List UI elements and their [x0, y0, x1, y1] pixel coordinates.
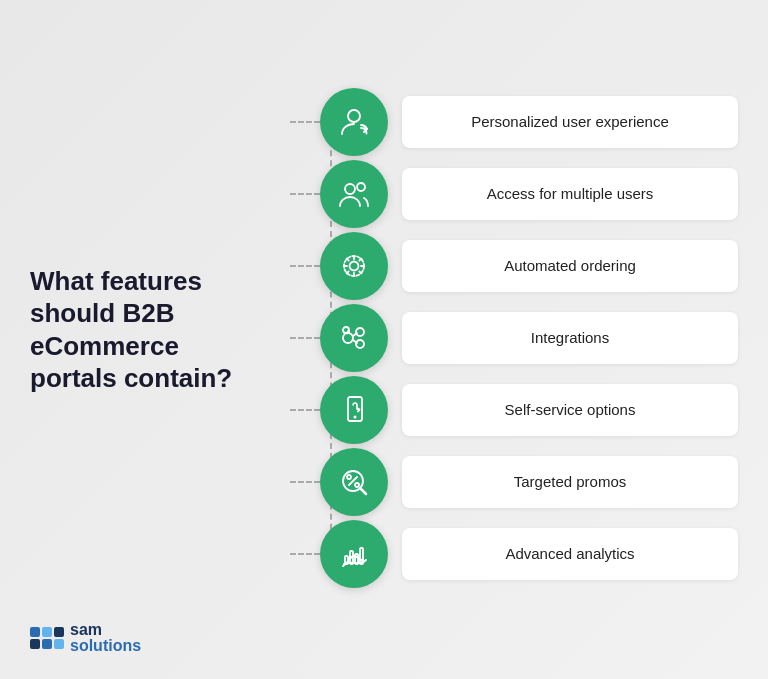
logo-sq-6 [54, 639, 64, 649]
svg-point-2 [357, 183, 365, 191]
logo-solutions: solutions [70, 638, 141, 654]
dash-3 [290, 265, 320, 267]
svg-point-6 [356, 328, 364, 336]
feature-row-targeted-promos: Targeted promos [290, 448, 738, 516]
svg-point-0 [348, 110, 360, 122]
svg-rect-21 [360, 548, 363, 564]
feature-row-self-service: Self-service options [290, 376, 738, 444]
label-self-service: Self-service options [402, 384, 738, 436]
label-advanced-analytics: Advanced analytics [402, 528, 738, 580]
icon-self-service [320, 376, 388, 444]
percent-search-icon [336, 464, 372, 500]
svg-point-1 [345, 184, 355, 194]
svg-line-8 [353, 333, 357, 336]
dash-4 [290, 337, 320, 339]
integrations-icon [336, 320, 372, 356]
svg-line-17 [360, 488, 366, 494]
user-refresh-icon [336, 104, 372, 140]
label-multiple-users: Access for multiple users [402, 168, 738, 220]
label-integrations: Integrations [402, 312, 738, 364]
label-personalized: Personalized user experience [402, 96, 738, 148]
logo-sq-3 [54, 627, 64, 637]
feature-row-multiple-users: Access for multiple users [290, 160, 738, 228]
logo-sq-2 [42, 627, 52, 637]
icon-targeted-promos [320, 448, 388, 516]
features-section: Personalized user experience Access for … [290, 88, 738, 592]
icon-advanced-analytics [320, 520, 388, 588]
logo-text: sam solutions [70, 622, 141, 654]
dash-5 [290, 409, 320, 411]
dash-7 [290, 553, 320, 555]
icon-multiple-users [320, 160, 388, 228]
icon-automated-ordering [320, 232, 388, 300]
label-targeted-promos: Targeted promos [402, 456, 738, 508]
svg-point-3 [350, 261, 359, 270]
svg-point-7 [356, 340, 364, 348]
logo-sq-5 [42, 639, 52, 649]
logo-sq-4 [30, 639, 40, 649]
svg-line-9 [353, 340, 357, 343]
chart-hand-icon [336, 536, 372, 572]
logo-icon [30, 627, 64, 649]
dash-6 [290, 481, 320, 483]
svg-point-16 [355, 483, 359, 487]
logo-sq-1 [30, 627, 40, 637]
svg-point-5 [343, 333, 353, 343]
svg-point-15 [347, 475, 351, 479]
logo-sam: sam [70, 622, 141, 638]
icon-personalized [320, 88, 388, 156]
gear-settings-icon [336, 248, 372, 284]
feature-row-integrations: Integrations [290, 304, 738, 372]
logo-area: sam solutions [30, 622, 141, 654]
left-section: What features should B2B eCommerce porta… [30, 265, 290, 415]
main-container: What features should B2B eCommerce porta… [0, 0, 768, 679]
feature-row-advanced-analytics: Advanced analytics [290, 520, 738, 588]
feature-row-automated-ordering: Automated ordering [290, 232, 738, 300]
icon-integrations [320, 304, 388, 372]
feature-row-personalized: Personalized user experience [290, 88, 738, 156]
label-automated-ordering: Automated ordering [402, 240, 738, 292]
dash-2 [290, 193, 320, 195]
group-users-icon [336, 176, 372, 212]
page-title: What features should B2B eCommerce porta… [30, 265, 270, 395]
phone-touch-icon [336, 392, 372, 428]
dash-1 [290, 121, 320, 123]
